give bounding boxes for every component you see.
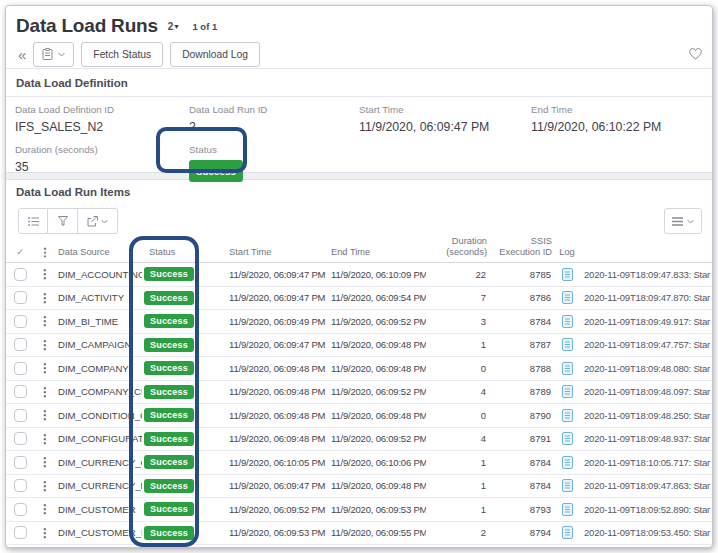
log-icon xyxy=(562,315,573,328)
record-count-dropdown[interactable]: 2 ▾ xyxy=(166,21,179,32)
log-message-cell: 2020-11-09T18:09:48.097: Star xyxy=(580,386,712,397)
data-source-cell: DIM_COMPANY_CU xyxy=(56,386,142,397)
row-kebab-icon[interactable]: ⋮ xyxy=(34,502,56,516)
row-checkbox[interactable] xyxy=(14,456,27,469)
start-time-cell: 11/9/2020, 06:09:48 PM xyxy=(227,386,329,397)
log-link[interactable] xyxy=(554,526,580,539)
log-link[interactable] xyxy=(554,409,580,422)
row-kebab-icon[interactable]: ⋮ xyxy=(34,267,56,281)
fetch-status-button[interactable]: Fetch Status xyxy=(81,42,163,67)
export-dropdown-button[interactable] xyxy=(78,208,118,234)
table-row[interactable]: ⋮ DIM_COMPANY_CU Success 11/9/2020, 06:0… xyxy=(6,381,712,405)
log-link[interactable] xyxy=(554,362,580,375)
table-row[interactable]: ⋮ DIM_CONDITION_C Success 11/9/2020, 06:… xyxy=(6,404,712,428)
table-row[interactable]: ⋮ DIM_BI_TIME Success 11/9/2020, 06:09:4… xyxy=(6,310,712,334)
row-checkbox[interactable] xyxy=(14,385,27,398)
col-start-time[interactable]: Start Time xyxy=(227,247,329,258)
table-row[interactable]: ⋮ DIM_CUSTOMER_N Success 11/9/2020, 06:0… xyxy=(6,522,712,546)
download-log-button[interactable]: Download Log xyxy=(170,42,260,67)
log-link[interactable] xyxy=(554,456,580,469)
filter-button[interactable] xyxy=(48,208,78,234)
ssis-id-cell: 8790 xyxy=(489,410,554,421)
start-time-cell: 11/9/2020, 06:09:48 PM xyxy=(227,410,329,421)
favorite-heart-icon[interactable] xyxy=(689,48,702,60)
col-log[interactable]: Log xyxy=(554,247,580,258)
table-row[interactable]: ⋮ DIM_CUSTOMER Success 11/9/2020, 06:09:… xyxy=(6,498,712,522)
collapse-icon[interactable]: « xyxy=(18,47,26,62)
col-data-source[interactable]: Data Source xyxy=(56,247,142,258)
log-message-cell: 2020-11-09T18:09:47.870: Star xyxy=(580,292,712,303)
status-badge: Success xyxy=(144,479,194,493)
table-row[interactable]: ⋮ DIM_CURRENCY_CO Success 11/9/2020, 06:… xyxy=(6,451,712,475)
log-icon xyxy=(562,479,573,492)
end-time-cell: 11/9/2020, 06:09:48 PM xyxy=(329,480,426,491)
status-badge: Success xyxy=(144,502,194,516)
log-link[interactable] xyxy=(554,479,580,492)
row-kebab-icon[interactable]: ⋮ xyxy=(34,526,56,540)
col-ssis-execution-id[interactable]: SSIS Execution ID xyxy=(489,236,554,258)
row-kebab-icon[interactable]: ⋮ xyxy=(34,455,56,469)
ssis-id-cell: 8793 xyxy=(489,504,554,515)
row-checkbox[interactable] xyxy=(14,479,27,492)
duration-cell: 1 xyxy=(426,457,489,468)
list-view-button[interactable] xyxy=(18,208,48,234)
end-time-cell: 11/9/2020, 06:09:48 PM xyxy=(329,363,426,374)
status-badge: Success xyxy=(144,338,194,352)
row-kebab-icon[interactable]: ⋮ xyxy=(34,314,56,328)
row-kebab-icon[interactable]: ⋮ xyxy=(34,432,56,446)
log-icon xyxy=(562,432,573,445)
log-link[interactable] xyxy=(554,503,580,516)
row-kebab-icon[interactable]: ⋮ xyxy=(34,479,56,493)
row-kebab-icon[interactable]: ⋮ xyxy=(34,361,56,375)
row-checkbox[interactable] xyxy=(14,503,27,516)
col-end-time[interactable]: End Time xyxy=(329,247,426,258)
row-checkbox[interactable] xyxy=(14,362,27,375)
log-message-cell: 2020-11-09T18:09:52.890: Star xyxy=(580,504,712,515)
log-link[interactable] xyxy=(554,385,580,398)
row-kebab-icon[interactable]: ⋮ xyxy=(34,385,56,399)
attachments-dropdown-button[interactable] xyxy=(33,42,74,67)
row-checkbox[interactable] xyxy=(14,432,27,445)
end-time-cell: 11/9/2020, 06:09:52 PM xyxy=(329,433,426,444)
table-row[interactable]: ⋮ DIM_ACCOUNTING_ Success 11/9/2020, 06:… xyxy=(6,263,712,287)
row-kebab-icon[interactable]: ⋮ xyxy=(34,338,56,352)
log-link[interactable] xyxy=(554,291,580,304)
log-icon xyxy=(562,338,573,351)
field-label: Status xyxy=(189,143,359,157)
log-link[interactable] xyxy=(554,268,580,281)
header-kebab-icon[interactable]: ⋮ xyxy=(34,247,56,258)
table-row[interactable]: ⋮ DIM_CAMPAIGN Success 11/9/2020, 06:09:… xyxy=(6,334,712,358)
select-all-check-icon[interactable]: ✓ xyxy=(6,247,34,258)
ssis-id-cell: 8785 xyxy=(489,269,554,280)
definition-section-title: Data Load Definition xyxy=(6,69,712,97)
col-status[interactable]: Status xyxy=(142,247,227,258)
log-link[interactable] xyxy=(554,432,580,445)
row-checkbox[interactable] xyxy=(14,338,27,351)
log-link[interactable] xyxy=(554,338,580,351)
table-row[interactable]: ⋮ DIM_CURRENCY_RA Success 11/9/2020, 06:… xyxy=(6,475,712,499)
end-time-cell: 11/9/2020, 06:10:06 PM xyxy=(329,457,426,468)
row-checkbox[interactable] xyxy=(14,409,27,422)
command-toolbar: « Fetch Status Download Log xyxy=(6,38,712,69)
record-count: 2 xyxy=(168,21,174,32)
table-row[interactable]: ⋮ DIM_COMPANY Success 11/9/2020, 06:09:4… xyxy=(6,357,712,381)
log-link[interactable] xyxy=(554,315,580,328)
table-view-options-button[interactable] xyxy=(664,208,702,234)
row-kebab-icon[interactable]: ⋮ xyxy=(34,291,56,305)
status-badge: Success xyxy=(144,385,194,399)
field-status: Status Success xyxy=(189,142,359,182)
table-row[interactable]: ⋮ DIM_CONFIGURATIO Success 11/9/2020, 06… xyxy=(6,428,712,452)
row-checkbox[interactable] xyxy=(14,526,27,539)
table-row[interactable]: ⋮ DIM_ACTIVITY Success 11/9/2020, 06:09:… xyxy=(6,287,712,311)
field-run-id: Data Load Run ID 2 xyxy=(189,102,359,136)
row-kebab-icon[interactable]: ⋮ xyxy=(34,408,56,422)
data-source-cell: DIM_CAMPAIGN xyxy=(56,339,142,350)
table-action-group xyxy=(18,208,118,234)
status-badge: Success xyxy=(144,267,194,281)
row-checkbox[interactable] xyxy=(14,268,27,281)
col-duration[interactable]: Duration (seconds) xyxy=(426,236,489,258)
row-checkbox[interactable] xyxy=(14,315,27,328)
row-checkbox[interactable] xyxy=(14,291,27,304)
ssis-id-cell: 8784 xyxy=(489,457,554,468)
status-badge: Success xyxy=(144,408,194,422)
